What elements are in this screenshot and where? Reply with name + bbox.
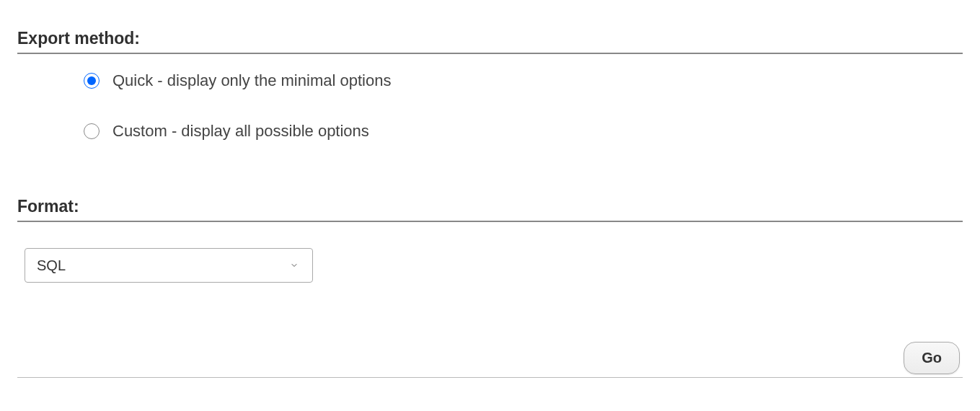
export-method-title: Export method:: [17, 29, 963, 54]
export-method-radio-group: Quick - display only the minimal options…: [17, 71, 963, 172]
format-select[interactable]: SQL: [25, 248, 313, 283]
go-button[interactable]: Go: [904, 342, 960, 374]
export-method-quick-label[interactable]: Quick - display only the minimal options: [112, 71, 391, 90]
export-method-quick-radio[interactable]: [84, 73, 100, 89]
format-title: Format:: [17, 197, 963, 222]
export-method-custom-label[interactable]: Custom - display all possible options: [112, 122, 369, 141]
export-method-custom-radio[interactable]: [84, 123, 100, 139]
